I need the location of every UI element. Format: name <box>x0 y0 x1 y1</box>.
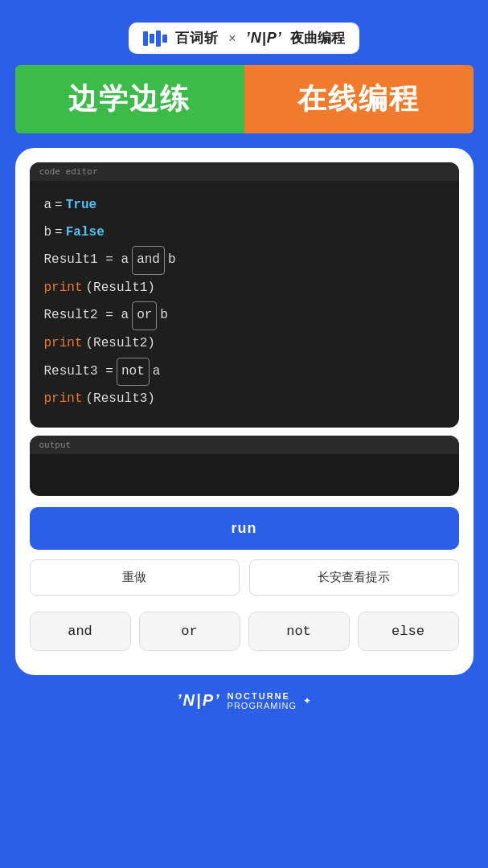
hero-section: 边学边练 在线编程 <box>15 65 474 133</box>
footer: ’N|P’ NOCTURNE PROGRAMING ✦ <box>0 675 488 719</box>
nocturne-logo: ’N|P’ <box>246 30 282 47</box>
editor-label: code editor <box>30 162 459 181</box>
code-editor: code editor a = True b = False Result1 =… <box>30 162 459 428</box>
code-result3-suffix: a <box>153 358 161 386</box>
code-keyword-and: and <box>132 246 165 275</box>
hero-left-text: 边学边练 <box>68 80 191 119</box>
keyword-tiles: and or not else <box>30 612 459 651</box>
icon-bar-4 <box>162 35 167 43</box>
code-eq-1: = <box>55 192 63 219</box>
code-line-7: Result3 = not a <box>44 358 445 387</box>
brand-separator: × <box>228 31 236 46</box>
code-eq-2: = <box>55 219 63 247</box>
code-print-3: print <box>44 386 83 413</box>
code-print-1-arg: (Result1) <box>86 275 155 302</box>
code-print-2: print <box>44 330 83 358</box>
action-row: 重做 长安查看提示 <box>30 559 459 596</box>
run-button[interactable]: run <box>30 507 459 550</box>
keyword-tile-or[interactable]: or <box>139 612 240 651</box>
code-result1-suffix: b <box>168 247 176 274</box>
code-line-1: a = True <box>44 192 445 219</box>
code-line-5: Result2 = a or b <box>44 301 445 330</box>
code-var-b: b <box>44 219 52 247</box>
footer-line1: NOCTURNE <box>228 691 297 701</box>
keyword-tile-not[interactable]: not <box>248 612 350 651</box>
code-line-6: print (Result2) <box>44 330 445 358</box>
code-var-a: a <box>44 192 52 219</box>
code-false: False <box>66 219 105 247</box>
brand-name: 百词斩 <box>175 29 219 47</box>
footer-logo: ’N|P’ <box>177 691 221 710</box>
code-content: a = True b = False Result1 = a and b pri… <box>30 181 459 428</box>
code-print-3-arg: (Result3) <box>86 386 155 413</box>
output-label: output <box>30 436 459 454</box>
code-result1-prefix: Result1 = a <box>44 247 129 274</box>
code-line-2: b = False <box>44 219 445 247</box>
redo-button[interactable]: 重做 <box>30 559 240 596</box>
code-result2-suffix: b <box>160 302 168 330</box>
hero-right: 在线编程 <box>244 65 474 133</box>
code-line-8: print (Result3) <box>44 386 445 413</box>
hint-button[interactable]: 长安查看提示 <box>249 559 459 596</box>
icon-bar-2 <box>150 34 154 43</box>
brand-box: 百词斩 × ’N|P’ 夜曲编程 <box>129 23 359 54</box>
icon-bar-3 <box>156 31 161 47</box>
code-result2-prefix: Result2 = a <box>44 302 129 330</box>
brand-subtitle: 夜曲编程 <box>290 29 345 47</box>
icon-bar-1 <box>143 31 148 46</box>
output-section: output <box>30 436 459 496</box>
top-banner: 百词斩 × ’N|P’ 夜曲编程 <box>0 0 488 65</box>
hero-left: 边学边练 <box>15 65 244 133</box>
main-card: code editor a = True b = False Result1 =… <box>15 148 474 675</box>
keyword-tile-else[interactable]: else <box>358 612 459 651</box>
footer-star: ✦ <box>303 695 311 706</box>
hero-right-text: 在线编程 <box>297 80 420 119</box>
code-print-2-arg: (Result2) <box>86 330 155 358</box>
code-line-4: print (Result1) <box>44 275 445 302</box>
code-print-1: print <box>44 275 83 302</box>
footer-name: NOCTURNE PROGRAMING <box>228 691 297 710</box>
brand-icon <box>143 31 167 47</box>
code-keyword-not: not <box>117 358 150 387</box>
code-keyword-or: or <box>132 301 157 330</box>
code-true: True <box>66 192 96 219</box>
keyword-tile-and[interactable]: and <box>30 612 131 651</box>
code-result3-prefix: Result3 = <box>44 358 113 386</box>
code-line-3: Result1 = a and b <box>44 246 445 275</box>
footer-line2: PROGRAMING <box>228 701 297 710</box>
output-content <box>30 454 459 496</box>
